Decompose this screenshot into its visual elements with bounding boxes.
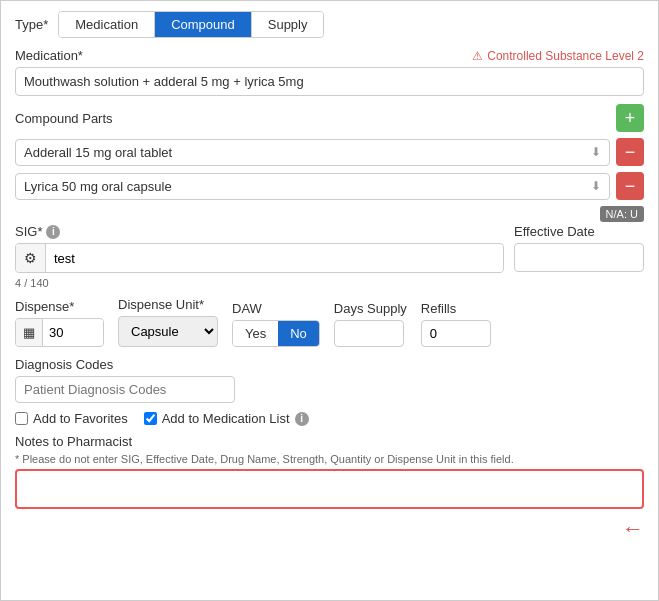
dispense-unit-select[interactable]: Capsule Tablet mL mg [118,316,218,347]
controlled-warning-text: Controlled Substance Level 2 [487,49,644,63]
type-button-group: Medication Compound Supply [58,11,324,38]
dispense-icon: ▦ [16,319,43,346]
dispense-input-wrapper: ▦ [15,318,104,347]
refills-field: Refills [421,301,491,347]
diagnosis-codes-section: Diagnosis Codes [15,357,644,403]
sig-gear-icon[interactable]: ⚙ [16,244,46,272]
checkbox-row: Add to Favorites Add to Medication List … [15,411,644,426]
remove-compound-part-1-button[interactable]: − [616,138,644,166]
compound-parts-label: Compound Parts [15,111,113,126]
remove-compound-part-2-button[interactable]: − [616,172,644,200]
daw-label: DAW [232,301,320,316]
effective-date-label: Effective Date [514,224,644,239]
dispense-unit-field: Dispense Unit* Capsule Tablet mL mg [118,297,218,347]
days-supply-field: Days Supply [334,301,407,347]
arrow-indicator-row: ← [15,518,644,540]
dispense-input[interactable] [43,320,103,345]
controlled-substance-warning: ⚠ Controlled Substance Level 2 [472,49,644,63]
add-to-favorites-label[interactable]: Add to Favorites [15,411,128,426]
na-u-row: N/A: U [15,206,644,222]
daw-field: DAW Yes No [232,301,320,347]
notes-warning-text: * Please do not enter SIG, Effective Dat… [15,453,644,465]
sig-input[interactable] [46,245,503,272]
add-to-med-list-checkbox[interactable] [144,412,157,425]
type-label: Type* [15,17,48,32]
days-supply-input[interactable] [334,320,404,347]
dispense-row: Dispense* ▦ Dispense Unit* Capsule Table… [15,297,644,347]
medication-header: Medication* ⚠ Controlled Substance Level… [15,48,644,63]
medication-label: Medication* [15,48,83,63]
diagnosis-codes-label: Diagnosis Codes [15,357,644,372]
dispense-unit-label: Dispense Unit* [118,297,218,312]
type-btn-compound[interactable]: Compound [155,12,252,37]
compound-part-row-1: Adderall 15 mg oral tablet ⬇ − [15,138,644,166]
add-to-med-list-label[interactable]: Add to Medication List i [144,411,309,426]
sig-effective-row: SIG* i ⚙ Effective Date [15,224,644,273]
dispense-label: Dispense* [15,299,104,314]
days-supply-label: Days Supply [334,301,407,316]
type-btn-supply[interactable]: Supply [252,12,324,37]
dispense-field: Dispense* ▦ [15,299,104,347]
compound-part-select-1[interactable]: Adderall 15 mg oral tablet ⬇ [15,139,610,166]
sig-label: SIG* i [15,224,504,239]
sig-input-wrapper: ⚙ [15,243,504,273]
dropdown-arrow-2: ⬇ [591,179,601,193]
refills-input[interactable] [421,320,491,347]
daw-yes-no-group: Yes No [232,320,320,347]
effective-date-section: Effective Date [514,224,644,272]
medication-input[interactable] [15,67,644,96]
notes-section: Notes to Pharmacist * Please do not ente… [15,434,644,512]
add-to-favorites-text: Add to Favorites [33,411,128,426]
add-to-med-list-text: Add to Medication List [162,411,290,426]
dropdown-arrow-1: ⬇ [591,145,601,159]
diagnosis-codes-input[interactable] [15,376,235,403]
effective-date-input[interactable] [514,243,644,272]
daw-no-button[interactable]: No [278,321,319,346]
notes-label: Notes to Pharmacist [15,434,644,449]
medication-section: Medication* ⚠ Controlled Substance Level… [15,48,644,96]
warning-icon: ⚠ [472,49,483,63]
compound-parts-header: Compound Parts + [15,104,644,132]
med-list-info-icon: i [295,412,309,426]
add-compound-part-button[interactable]: + [616,104,644,132]
add-to-favorites-checkbox[interactable] [15,412,28,425]
refills-label: Refills [421,301,491,316]
sig-info-icon: i [46,225,60,239]
compound-part-select-2[interactable]: Lyrica 50 mg oral capsule ⬇ [15,173,610,200]
na-u-badge: N/A: U [600,206,644,222]
daw-yes-button[interactable]: Yes [233,321,278,346]
sig-section: SIG* i ⚙ [15,224,504,273]
notes-textarea[interactable] [15,469,644,509]
type-btn-medication[interactable]: Medication [59,12,155,37]
type-row: Type* Medication Compound Supply [15,11,644,38]
red-arrow-icon: ← [622,518,644,540]
compound-part-row-2: Lyrica 50 mg oral capsule ⬇ − [15,172,644,200]
sig-char-count: 4 / 140 [15,277,644,289]
